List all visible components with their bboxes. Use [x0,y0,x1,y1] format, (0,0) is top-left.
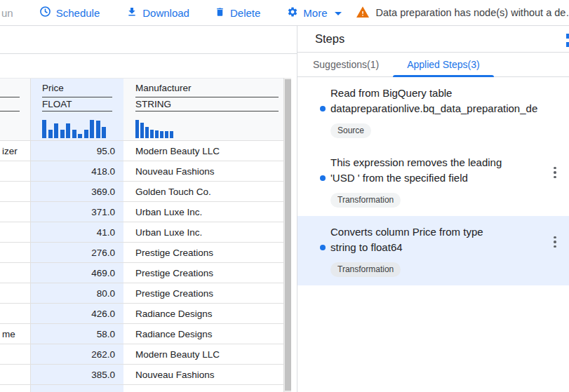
warning-text: Data preparation has node(s) without a d… [376,7,569,18]
price-cell: 80.0 [31,283,123,303]
table-row[interactable]: 371.0 Urban Luxe Inc. [0,202,283,222]
hidden-column-cell: izer [0,141,31,161]
column-header-manufacturer[interactable]: Manufacturer STRING [123,79,283,140]
grid-toolbar-strip [0,26,297,54]
schedule-label: Schedule [56,7,100,19]
column-header-price[interactable]: Price FLOAT [31,79,123,140]
column-header-cutoff[interactable] [0,79,31,140]
hidden-column-cell [0,161,31,181]
manufacturer-cell: Radiance Designs [123,324,283,344]
price-histogram[interactable] [42,120,123,138]
manufacturer-cell: Urban Luxe Inc. [123,202,283,222]
table-body: izer 95.0 Modern Beauty LLC 418.0 Nouvea… [0,141,283,385]
table-header-row: Price FLOAT Manufacturer STRING [0,79,283,141]
hidden-column-cell [0,283,31,303]
manufacturer-histogram[interactable] [135,120,283,138]
step-more-options-icon[interactable] [549,165,561,180]
warning-banner: Data preparation has node(s) without a d… [356,6,569,20]
steps-tabs: Suggestions(1) Applied Steps(3) [297,53,569,77]
hidden-column-cell [0,222,31,242]
step-card-source[interactable]: Read from BigQuery table datapreparation… [297,77,569,147]
step-more-options-icon[interactable] [549,234,561,250]
price-cell [31,385,123,392]
price-column-name: Price [42,79,112,97]
download-icon [126,6,138,20]
manufacturer-column-name: Manufacturer [135,79,279,97]
step-card-convert-float[interactable]: Converts column Price from type string t… [297,216,569,285]
price-cell: 369.0 [31,182,123,201]
steps-panel-header: Steps [297,26,569,53]
hidden-column-cell [0,365,31,384]
data-table: Price FLOAT Manufacturer STRING izer 95.… [0,78,283,392]
hidden-column-cell [0,243,31,262]
cutoff-type-underline [0,97,20,111]
price-cell: 371.0 [31,202,123,222]
hidden-column-cell: me [0,324,31,344]
vertical-scrollbar[interactable] [283,78,291,392]
step-badge: Transformation [330,262,401,277]
manufacturer-column-type: STRING [135,97,279,111]
manufacturer-cell: Radiance Designs [123,304,283,323]
table-row[interactable]: me 58.0 Radiance Designs [0,324,283,344]
manufacturer-cell: Prestige Creations [123,243,283,262]
table-row[interactable]: 80.0 Prestige Creations [0,283,283,304]
steps-panel: Steps Suggestions(1) Applied Steps(3) Re… [297,26,569,392]
price-cell: 385.0 [31,365,123,384]
more-menu-button[interactable]: More [287,6,341,20]
scrollbar-thumb[interactable] [285,79,291,391]
table-row[interactable]: 41.0 Urban Luxe Inc. [0,222,283,243]
step-text-line2: datapreparationlive.bq_data_preparation_… [330,101,569,116]
price-cell: 262.0 [31,344,123,364]
step-text-line2: string to float64 [330,240,552,255]
schedule-button[interactable]: Schedule [39,6,100,20]
cutoff-icon-fragment [566,34,569,39]
delete-label: Delete [230,7,260,19]
download-button[interactable]: Download [126,6,189,20]
manufacturer-cell [123,385,283,392]
hidden-column-cell [0,263,31,283]
step-card-remove-usd[interactable]: This expression removes the leading 'USD… [297,147,569,216]
table-row[interactable]: 426.0 Radiance Designs [0,304,283,324]
step-text-line1: Read from BigQuery table [330,86,552,101]
manufacturer-cell: Urban Luxe Inc. [123,222,283,242]
price-cell: 58.0 [31,324,123,344]
step-bullet-icon [320,106,326,111]
tab-applied-steps[interactable]: Applied Steps(3) [393,53,494,76]
hidden-column-cell [0,344,31,364]
step-text-line1: This expression removes the leading [330,155,552,170]
panel-action-icons-cutoff[interactable] [566,34,569,47]
run-button-partial[interactable]: un [1,7,13,19]
clock-icon [39,6,51,20]
manufacturer-cell: Nouveau Fashions [123,365,283,384]
download-label: Download [142,7,189,19]
table-row[interactable]: 276.0 Prestige Creations [0,243,283,263]
data-preparation-app: un Schedule Download Delete More [0,0,569,392]
more-label: More [303,7,327,19]
table-row[interactable]: izer 95.0 Modern Beauty LLC [0,141,283,161]
price-cell: 469.0 [31,263,123,283]
manufacturer-cell: Modern Beauty LLC [123,344,283,364]
cutoff-icon-fragment [566,42,569,47]
step-bullet-icon [320,175,326,181]
hidden-column-cell [0,304,31,323]
step-text-line1: Converts column Price from type [330,224,552,240]
table-row[interactable]: 369.0 Golden Touch Co. [0,182,283,202]
table-row[interactable]: 262.0 Modern Beauty LLC [0,344,283,365]
step-bullet-icon [320,245,326,250]
toolbar: un Schedule Download Delete More [0,0,569,26]
manufacturer-cell: Nouveau Fashions [123,161,283,181]
hidden-column-cell [0,385,31,392]
table-row[interactable]: 385.0 Nouveau Fashions [0,365,283,385]
manufacturer-cell: Prestige Creations [123,283,283,303]
trash-icon [215,6,225,20]
table-row[interactable]: 469.0 Prestige Creations [0,263,283,283]
steps-panel-title: Steps [315,32,344,46]
chevron-down-icon [335,12,342,15]
step-badge: Transformation [330,193,401,208]
table-row[interactable]: 418.0 Nouveau Fashions [0,161,283,182]
delete-button[interactable]: Delete [215,6,260,20]
warning-triangle-icon [356,6,369,20]
data-grid-panel: Price FLOAT Manufacturer STRING izer 95.… [0,26,297,392]
cutoff-name-underline [0,79,20,97]
tab-suggestions[interactable]: Suggestions(1) [299,53,393,76]
